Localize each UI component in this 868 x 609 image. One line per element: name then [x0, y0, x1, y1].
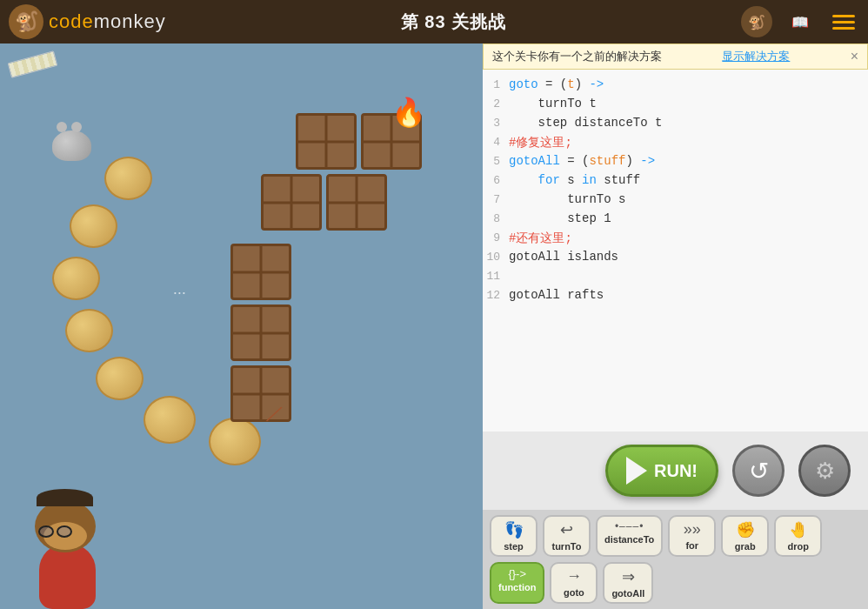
function-label: function — [498, 582, 536, 592]
monkey-character — [26, 496, 104, 609]
code-line-4: 4 #修复这里; — [483, 134, 868, 153]
grab-icon: ✊ — [736, 520, 755, 539]
step-icon: 👣 — [504, 520, 524, 539]
code-line-8: 8 step 1 — [483, 211, 868, 230]
crate — [296, 113, 357, 170]
tool-grab-button[interactable]: ✊ grab — [721, 515, 769, 557]
code-line-1: 1 goto = (t) -> — [483, 77, 868, 96]
gotoall-label: gotoAll — [611, 588, 644, 599]
gotoall-icon: ⇒ — [622, 567, 635, 586]
tool-for-button[interactable]: »» for — [668, 515, 716, 557]
code-line-9: 9 #还有这里; — [483, 230, 868, 249]
island-pebble — [52, 257, 100, 300]
code-line-11: 11 — [483, 268, 868, 287]
code-line-3: 3 step distanceTo t — [483, 115, 868, 134]
ruler-decoration — [8, 50, 58, 78]
function-icon: {}-> — [508, 567, 526, 580]
logo-text: codemonkey — [49, 10, 166, 33]
tool-function-button[interactable]: {}-> function — [490, 562, 544, 604]
menu-icon[interactable] — [828, 6, 859, 37]
crate — [326, 174, 387, 231]
crate — [261, 174, 322, 231]
settings-gear-icon: ⚙ — [815, 458, 835, 485]
island-pebble — [209, 418, 261, 465]
distanceto-icon: •–––• — [615, 520, 644, 532]
toolbar: 👣 step ↩ turnTo •–––• distanceTo »» for … — [483, 510, 868, 609]
logo-area: 🐒 codemonkey — [9, 4, 166, 39]
crate — [230, 365, 291, 422]
turnto-label: turnTo — [551, 541, 581, 552]
tool-drop-button[interactable]: 🤚 drop — [774, 515, 822, 557]
trail-dots: • • • — [174, 289, 185, 297]
run-label: RUN! — [654, 461, 698, 481]
code-line-10: 10 gotoAll islands — [483, 249, 868, 268]
hamburger-icon — [832, 15, 855, 30]
banner-text: 这个关卡你有一个之前的解决方案 — [492, 49, 662, 64]
code-line-5: 5 gotoAll = (stuff) -> — [483, 153, 868, 172]
drop-label: drop — [788, 541, 809, 552]
reset-icon: ↺ — [749, 457, 769, 485]
mouse-character — [52, 130, 100, 170]
goto-icon: → — [566, 567, 582, 586]
level-title: 第 83 关挑战 — [401, 10, 506, 34]
solution-banner: 这个关卡你有一个之前的解决方案 显示解决方案 × — [483, 44, 868, 70]
game-panel: 🔥 ╱ • • • — [0, 44, 483, 609]
for-label: for — [685, 540, 698, 551]
main-content: 🔥 ╱ • • • 这个关卡你有一个之前的解决方案 显示解决方案 — [0, 44, 868, 609]
top-icons: 🐒 📖 — [741, 6, 859, 37]
play-icon — [626, 457, 647, 485]
code-panel: 这个关卡你有一个之前的解决方案 显示解决方案 × 1 goto = (t) ->… — [483, 44, 868, 609]
goto-label: goto — [564, 587, 584, 598]
crate — [230, 304, 291, 361]
island-pebble — [70, 204, 117, 248]
island-pebble — [104, 157, 152, 200]
code-line-7: 7 turnTo s — [483, 191, 868, 211]
tool-distanceto-button[interactable]: •–––• distanceTo — [596, 515, 663, 557]
step-label: step — [504, 541, 524, 552]
run-area: RUN! ↺ ⚙ — [483, 432, 868, 510]
distanceto-label: distanceTo — [604, 534, 654, 545]
show-solution-link[interactable]: 显示解决方案 — [722, 49, 790, 64]
tool-goto-button[interactable]: → goto — [550, 562, 598, 604]
book-icon[interactable]: 📖 — [785, 6, 816, 37]
logo-monkey-text: monkey — [94, 10, 166, 32]
for-icon: »» — [684, 520, 701, 539]
fire-decoration: 🔥 — [391, 96, 426, 129]
island-pebble — [65, 309, 113, 352]
tool-gotoall-button[interactable]: ⇒ gotoAll — [603, 562, 653, 604]
code-editor[interactable]: 1 goto = (t) -> 2 turnTo t 3 step distan… — [483, 70, 868, 432]
close-banner-button[interactable]: × — [851, 49, 858, 64]
logo-monkey-icon: 🐒 — [9, 4, 43, 39]
island-pebble — [96, 357, 144, 400]
tool-step-button[interactable]: 👣 step — [490, 515, 537, 557]
code-line-2: 2 turnTo t — [483, 96, 868, 115]
run-button[interactable]: RUN! — [605, 445, 718, 497]
code-line-6: 6 for s in stuff — [483, 172, 868, 191]
turnto-icon: ↩ — [560, 520, 573, 539]
drop-icon: 🤚 — [789, 520, 808, 539]
settings-button[interactable]: ⚙ — [798, 445, 851, 497]
code-line-12: 12 gotoAll rafts — [483, 287, 868, 306]
logo-code: code — [49, 10, 94, 32]
tool-turnto-button[interactable]: ↩ turnTo — [543, 515, 591, 557]
avatar-icon[interactable]: 🐒 — [741, 6, 772, 37]
island-pebble — [144, 396, 196, 444]
topbar: 🐒 codemonkey 第 83 关挑战 🐒 📖 — [0, 0, 868, 44]
reset-button[interactable]: ↺ — [732, 445, 785, 497]
grab-label: grab — [735, 541, 756, 552]
crate — [230, 244, 291, 300]
